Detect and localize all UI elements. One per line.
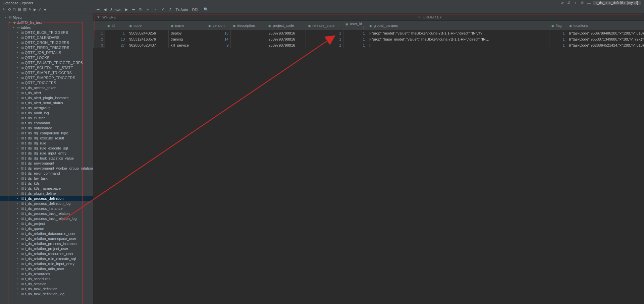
- db-tree[interactable]: ▾⛁Mysql▾◆dolfTO_fin_test▾▭tables▸▦QRTZ_B…: [0, 13, 93, 304]
- tree-item[interactable]: ▾◆dolfTO_fin_test: [0, 20, 93, 25]
- tree-item[interactable]: ▸▦QRTZ_TRIGGERS: [0, 80, 93, 85]
- tree-item[interactable]: ▸▦t_ds_dq_rule_execute_sql: [0, 145, 93, 150]
- tree-item[interactable]: ▸▦t_ds_dq_task_statistics_value: [0, 156, 93, 161]
- cell[interactable]: 9509802440256: [127, 30, 169, 36]
- cell[interactable]: [{"prop":"base_model","value":"TheBloke/…: [367, 36, 549, 42]
- cell[interactable]: 27: [105, 42, 127, 48]
- tool-add-icon[interactable]: ＋: [146, 7, 150, 12]
- tree-item[interactable]: ▸▦t_ds_alert_plugin_instance: [0, 95, 93, 100]
- tree-item[interactable]: ▸▦QRTZ_JOB_DETAILS: [0, 50, 93, 55]
- tree-item[interactable]: ▸▦t_ds_access_token: [0, 85, 93, 90]
- txauto-label[interactable]: Tx Auto: [175, 8, 188, 12]
- tool-remove-icon[interactable]: －: [154, 7, 157, 12]
- tree-item[interactable]: ▸▦t_ds_relation_namespace_user: [0, 236, 93, 241]
- tool-last-icon[interactable]: ⇥: [132, 7, 135, 12]
- tree-item[interactable]: ▸▦t_ds_task_definition: [0, 286, 93, 291]
- cell[interactable]: 1: [343, 36, 367, 42]
- tree-item[interactable]: ▸▦t_ds_session: [0, 281, 93, 286]
- tool-filter-icon[interactable]: ▼: [43, 8, 47, 12]
- column-header[interactable]: ▣code⋮: [127, 21, 169, 30]
- plus-icon[interactable]: ＋: [574, 0, 577, 5]
- cell[interactable]: [231, 42, 266, 48]
- tree-item[interactable]: ▸▦t_ds_relation_process_instance: [0, 241, 93, 246]
- cell[interactable]: 9553124168576: [127, 36, 169, 42]
- cell[interactable]: 14: [206, 36, 231, 42]
- tree-item[interactable]: ▸▦QRTZ_SIMPROP_TRIGGERS: [0, 75, 93, 80]
- tree-item[interactable]: ▸▦t_ds_dq_rule_input_entry: [0, 150, 93, 156]
- tool-first-icon[interactable]: ⇤: [97, 7, 100, 12]
- minus-icon[interactable]: —: [587, 1, 591, 5]
- tree-item[interactable]: ▸▦t_ds_relation_udfs_user: [0, 266, 93, 271]
- column-header[interactable]: ▣name⋮: [169, 21, 206, 30]
- cell[interactable]: 1: [343, 30, 367, 36]
- table-row[interactable]: 3279628864523437kill_service995097907900…: [94, 42, 644, 48]
- tree-item-selected[interactable]: ▸▦t_ds_process_definition: [0, 196, 93, 201]
- tool-reload-icon[interactable]: ⟳: [139, 7, 142, 12]
- cell[interactable]: deploy: [169, 30, 206, 36]
- editor-tab[interactable]: t_ds_proc_definition [mysql]: [593, 1, 641, 5]
- cell[interactable]: training: [169, 36, 206, 42]
- tool-next-icon[interactable]: ▶: [125, 7, 128, 12]
- table-row[interactable]: 2139553124168576training1495097907900161…: [94, 36, 644, 42]
- tree-item[interactable]: ▸▦t_ds_process_definition_log: [0, 201, 93, 206]
- expand-icon[interactable]: ⇵: [567, 1, 570, 5]
- tool-nav-icon[interactable]: ↖: [3, 7, 6, 12]
- data-grid[interactable]: ▣id⋮▣code⋮▣name⋮▣version⋮▣description⋮▣p…: [93, 21, 644, 48]
- column-header[interactable]: ▣description⋮: [231, 21, 266, 30]
- tree-item[interactable]: ▸▦t_ds_alert: [0, 90, 93, 95]
- cell[interactable]: [231, 36, 266, 42]
- tree-item[interactable]: ▸▦t_ds_process_task_relation: [0, 211, 93, 216]
- tree-item[interactable]: ▸▦t_ds_dq_execute_result: [0, 135, 93, 140]
- tree-item[interactable]: ▸▦t_ds_dq_comparison_type: [0, 130, 93, 135]
- column-header[interactable]: ▣user_id⋮: [343, 21, 367, 30]
- tool-edit-icon[interactable]: ✎: [29, 7, 32, 12]
- tree-item[interactable]: ▸▦t_ds_command: [0, 120, 93, 125]
- cell[interactable]: 1: [94, 30, 105, 36]
- tree-item[interactable]: ▸▦t_ds_queue: [0, 226, 93, 231]
- cell[interactable]: kill_service: [169, 42, 206, 48]
- where-filter[interactable]: ▼ WHERE: [93, 15, 415, 19]
- tree-item[interactable]: ▸▦QRTZ_PAUSED_TRIGGER_GRPS: [0, 60, 93, 65]
- column-header[interactable]: ▣project_code⋮: [266, 21, 306, 30]
- tree-item[interactable]: ▸▦t_ds_relation_rule_input_entry: [0, 261, 93, 266]
- cell[interactable]: 1: [306, 36, 343, 42]
- tree-item[interactable]: ▸▦QRTZ_FIRED_TRIGGERS: [0, 45, 93, 50]
- tree-item[interactable]: ▾▭tables: [0, 25, 93, 30]
- cell[interactable]: 9509790790016: [266, 30, 306, 36]
- tree-item[interactable]: ▸▦t_ds_datasource: [0, 125, 93, 130]
- tree-item[interactable]: ▸▦t_ds_relation_project_user: [0, 246, 93, 251]
- cell[interactable]: [{"taskCode":9509799486208,"x":290,"y":6…: [567, 30, 644, 36]
- cell[interactable]: 1: [105, 30, 127, 36]
- cell[interactable]: 13: [206, 30, 231, 36]
- tree-item[interactable]: ▸▦t_ds_k8s_namespace: [0, 186, 93, 191]
- tree-item[interactable]: ▸▦t_ds_task_definition_log: [0, 291, 93, 296]
- tool-expand-icon[interactable]: ⤢: [38, 7, 41, 12]
- tree-item[interactable]: ▸▦t_ds_schedules: [0, 276, 93, 281]
- sync-icon[interactable]: ⟳: [561, 1, 564, 5]
- tree-item[interactable]: ▸▦QRTZ_CALENDARS: [0, 35, 93, 40]
- tool-prev-icon[interactable]: ◀: [104, 7, 106, 12]
- tree-item[interactable]: ▸▦t_ds_k8s: [0, 181, 93, 186]
- tree-item[interactable]: ▸▦QRTZ_SIMPLE_TRIGGERS: [0, 70, 93, 75]
- cell[interactable]: 13: [105, 36, 127, 42]
- cell[interactable]: 3: [94, 42, 105, 48]
- column-header[interactable]: [94, 21, 105, 30]
- tree-item[interactable]: ▸▦t_ds_alertgroup: [0, 105, 93, 110]
- tree-item[interactable]: ▸▦t_ds_dq_rule: [0, 140, 93, 145]
- cell[interactable]: 1: [549, 30, 567, 36]
- tool-run-icon[interactable]: ▶: [34, 7, 36, 12]
- tree-item[interactable]: ▸▦t_ds_process_task_relation_log: [0, 216, 93, 221]
- tool-search-icon[interactable]: 🔍: [204, 7, 208, 12]
- column-header[interactable]: ▣id⋮: [105, 21, 127, 30]
- tree-item[interactable]: ▸▦QRTZ_LOCKS: [0, 55, 93, 60]
- tree-item[interactable]: ▸▦t_ds_fav_task: [0, 176, 93, 181]
- cell[interactable]: [231, 30, 266, 36]
- cell[interactable]: 1: [343, 42, 367, 48]
- column-header[interactable]: ▣flag⋮: [549, 21, 567, 30]
- tool-refresh-icon[interactable]: ⟲: [8, 7, 11, 12]
- column-header[interactable]: ▣global_params⋮: [367, 21, 549, 30]
- tree-item[interactable]: ▸▦t_ds_plugin_define: [0, 191, 93, 196]
- tree-item[interactable]: ▸▦t_ds_audit_log: [0, 110, 93, 115]
- cell[interactable]: 9509790790016: [266, 42, 306, 48]
- tool-commit-icon[interactable]: ✔: [161, 7, 164, 12]
